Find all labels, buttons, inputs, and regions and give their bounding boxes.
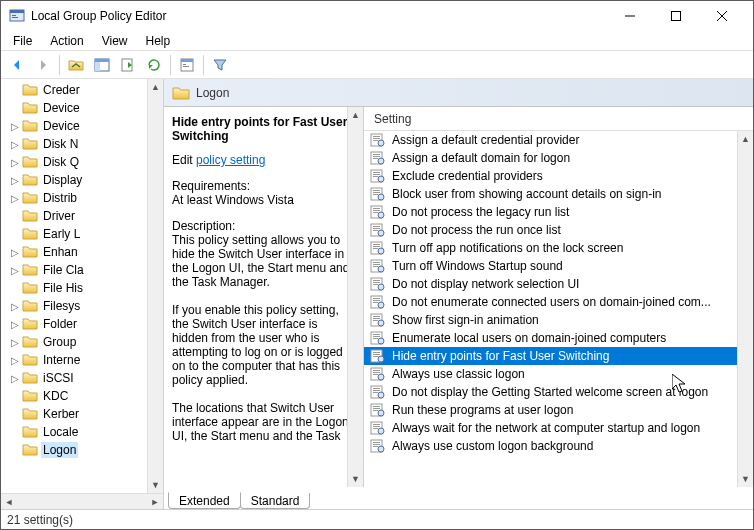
setting-row[interactable]: Enumerate local users on domain-joined c… [364,329,753,347]
tree-node[interactable]: Kerber [3,405,161,423]
expander-icon[interactable] [9,210,21,222]
expander-icon[interactable] [9,228,21,240]
setting-row[interactable]: Hide entry points for Fast User Switchin… [364,347,753,365]
tree-node[interactable]: ▷File Cla [3,261,161,279]
settings-list[interactable]: Assign a default credential providerAssi… [364,131,753,487]
setting-row[interactable]: Run these programs at user logon [364,401,753,419]
tree-node[interactable]: Logon [3,441,161,459]
tree-node[interactable]: ▷Disk N [3,135,161,153]
tree-vertical-scrollbar[interactable]: ▲ ▼ [147,79,163,493]
tree-node[interactable]: File His [3,279,161,297]
setting-row[interactable]: Show first sign-in animation [364,311,753,329]
tree-node[interactable]: ▷Folder [3,315,161,333]
expander-icon[interactable]: ▷ [9,354,21,366]
setting-row[interactable]: Exclude credential providers [364,167,753,185]
column-header-setting[interactable]: Setting [364,107,753,131]
forward-button[interactable] [31,53,55,77]
tree-node[interactable]: ▷iSCSI [3,369,161,387]
setting-row[interactable]: Do not process the legacy run list [364,203,753,221]
tree-node[interactable]: ▷Enhan [3,243,161,261]
tree-node[interactable]: Creder [3,81,161,99]
setting-row[interactable]: Block user from showing account details … [364,185,753,203]
properties-button[interactable] [175,53,199,77]
menu-view[interactable]: View [94,32,136,50]
edit-policy-line: Edit policy setting [172,153,353,167]
expander-icon[interactable]: ▷ [9,156,21,168]
expander-icon[interactable] [9,408,21,420]
scroll-down-icon[interactable]: ▼ [738,471,754,487]
setting-row[interactable]: Do not enumerate connected users on doma… [364,293,753,311]
expander-icon[interactable] [9,426,21,438]
description-scrollbar[interactable]: ▲ ▼ [347,107,363,487]
expander-icon[interactable]: ▷ [9,372,21,384]
expander-icon[interactable]: ▷ [9,300,21,312]
tab-standard[interactable]: Standard [240,493,311,509]
expander-icon[interactable] [9,444,21,456]
menu-help[interactable]: Help [138,32,179,50]
expander-icon[interactable] [9,102,21,114]
setting-row[interactable]: Assign a default credential provider [364,131,753,149]
tree-node[interactable]: ▷Group [3,333,161,351]
menu-file[interactable]: File [5,32,40,50]
tree-node[interactable]: Driver [3,207,161,225]
tree-node[interactable]: ▷Distrib [3,189,161,207]
tree-node[interactable]: Early L [3,225,161,243]
expander-icon[interactable]: ▷ [9,120,21,132]
up-button[interactable] [64,53,88,77]
scroll-up-icon[interactable]: ▲ [348,107,364,123]
back-button[interactable] [5,53,29,77]
setting-label: Show first sign-in animation [390,312,541,328]
filter-button[interactable] [208,53,232,77]
tree-node[interactable]: ▷Interne [3,351,161,369]
setting-row[interactable]: Always use custom logon background [364,437,753,455]
expander-icon[interactable]: ▷ [9,246,21,258]
tab-extended[interactable]: Extended [168,492,241,509]
tree-node-label: Kerber [41,406,81,422]
tree-horizontal-scrollbar[interactable]: ◄ ► [1,493,163,509]
close-button[interactable] [699,1,745,31]
tree-node[interactable]: ▷Disk Q [3,153,161,171]
menu-action[interactable]: Action [42,32,91,50]
description-pane: Hide entry points for Fast User Switchin… [164,107,364,487]
tree-node[interactable]: ▷Filesys [3,297,161,315]
scroll-right-icon[interactable]: ► [147,494,163,510]
expander-icon[interactable]: ▷ [9,138,21,150]
scroll-down-icon[interactable]: ▼ [348,471,364,487]
scroll-up-icon[interactable]: ▲ [148,79,164,95]
setting-row[interactable]: Turn off app notifications on the lock s… [364,239,753,257]
setting-row[interactable]: Do not process the run once list [364,221,753,239]
setting-row[interactable]: Do not display network selection UI [364,275,753,293]
setting-row[interactable]: Turn off Windows Startup sound [364,257,753,275]
show-hide-tree-button[interactable] [90,53,114,77]
expander-icon[interactable]: ▷ [9,192,21,204]
scroll-down-icon[interactable]: ▼ [148,477,164,493]
tree-node[interactable]: Locale [3,423,161,441]
tree-node[interactable]: KDC [3,387,161,405]
setting-row[interactable]: Always use classic logon [364,365,753,383]
expander-icon[interactable] [9,282,21,294]
tree-node[interactable]: ▷Display [3,171,161,189]
export-button[interactable] [116,53,140,77]
svg-rect-64 [373,316,380,317]
tree[interactable]: CrederDevice▷Device▷Disk N▷Disk Q▷Displa… [1,79,163,493]
expander-icon[interactable]: ▷ [9,318,21,330]
expander-icon[interactable] [9,84,21,96]
svg-rect-85 [373,390,380,391]
scroll-up-icon[interactable]: ▲ [738,131,754,147]
expander-icon[interactable]: ▷ [9,264,21,276]
setting-row[interactable]: Do not display the Getting Started welco… [364,383,753,401]
setting-row[interactable]: Assign a default domain for logon [364,149,753,167]
expander-icon[interactable]: ▷ [9,336,21,348]
setting-row[interactable]: Always wait for the network at computer … [364,419,753,437]
svg-rect-40 [373,228,380,229]
maximize-button[interactable] [653,1,699,31]
tree-node[interactable]: ▷Device [3,117,161,135]
expander-icon[interactable] [9,390,21,402]
list-vertical-scrollbar[interactable]: ▲ ▼ [737,131,753,487]
scroll-left-icon[interactable]: ◄ [1,494,17,510]
edit-policy-link[interactable]: policy setting [196,153,265,167]
refresh-button[interactable] [142,53,166,77]
tree-node[interactable]: Device [3,99,161,117]
expander-icon[interactable]: ▷ [9,174,21,186]
minimize-button[interactable] [607,1,653,31]
